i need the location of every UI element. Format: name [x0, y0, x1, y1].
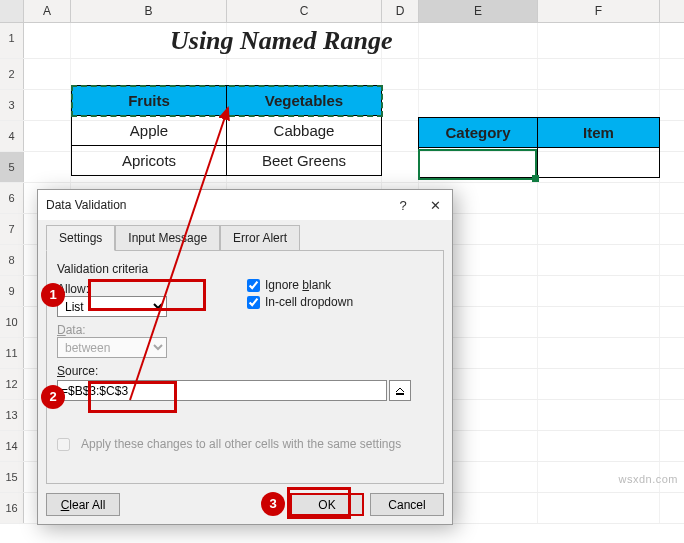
row-1[interactable]: 1	[0, 23, 24, 58]
row-9[interactable]: 9	[0, 276, 24, 306]
cell-F5[interactable]	[538, 148, 660, 178]
watermark: wsxdn.com	[618, 473, 678, 485]
help-icon[interactable]: ?	[394, 198, 412, 213]
col-E[interactable]: E	[419, 0, 538, 22]
allow-label: Allow:	[57, 282, 433, 296]
step-badge-1: 1	[41, 283, 65, 307]
row-14[interactable]: 14	[0, 431, 24, 461]
allow-select[interactable]: List	[57, 296, 167, 317]
row-15[interactable]: 15	[0, 462, 24, 492]
step-badge-3: 3	[261, 492, 285, 516]
t1-header-vegetables[interactable]: Vegetables	[227, 86, 382, 116]
cell-apricots[interactable]: Apricots	[72, 146, 227, 176]
row-7[interactable]: 7	[0, 214, 24, 244]
col-D[interactable]: D	[382, 0, 419, 22]
data-table-1: FruitsVegetables AppleCabbage ApricotsBe…	[71, 85, 382, 176]
cancel-button[interactable]: Cancel	[370, 493, 444, 516]
row-13[interactable]: 13	[0, 400, 24, 430]
cell-apple[interactable]: Apple	[72, 116, 227, 146]
row-8[interactable]: 8	[0, 245, 24, 275]
data-label: Data:	[57, 323, 433, 337]
tab-input-message[interactable]: Input Message	[115, 225, 220, 251]
column-headers: A B C D E F	[0, 0, 684, 23]
row-3[interactable]: 3	[0, 90, 24, 120]
t1-header-fruits[interactable]: Fruits	[72, 86, 227, 116]
apply-changes-checkbox	[57, 438, 70, 451]
t2-header-category[interactable]: Category	[419, 118, 538, 148]
active-cell-outline	[418, 149, 537, 180]
row-2[interactable]: 2	[0, 59, 24, 89]
data-validation-dialog: Data Validation ? ✕ Settings Input Messa…	[37, 189, 453, 525]
col-B[interactable]: B	[71, 0, 227, 22]
dialog-titlebar[interactable]: Data Validation ? ✕	[38, 190, 452, 220]
settings-panel: Validation criteria Allow: List Ignore b…	[46, 250, 444, 484]
source-input[interactable]	[57, 380, 387, 401]
step-badge-2: 2	[41, 385, 65, 409]
apply-changes-check: Apply these changes to all other cells w…	[57, 437, 433, 451]
row-12[interactable]: 12	[0, 369, 24, 399]
tab-settings[interactable]: Settings	[46, 225, 115, 251]
col-F[interactable]: F	[538, 0, 660, 22]
row-11[interactable]: 11	[0, 338, 24, 368]
select-all-corner[interactable]	[0, 0, 24, 22]
cell-cabbage[interactable]: Cabbage	[227, 116, 382, 146]
close-icon[interactable]: ✕	[426, 198, 444, 213]
data-select: between	[57, 337, 167, 358]
tab-error-alert[interactable]: Error Alert	[220, 225, 300, 251]
criteria-label: Validation criteria	[57, 262, 433, 276]
clear-all-button[interactable]: Clear All	[46, 493, 120, 516]
row-5[interactable]: 5	[0, 152, 24, 182]
ok-button[interactable]: OK	[290, 493, 364, 516]
t2-header-item[interactable]: Item	[538, 118, 660, 148]
dialog-title: Data Validation	[46, 198, 127, 212]
incell-dropdown-check[interactable]: In-cell dropdown	[247, 295, 353, 309]
cell-beetgreens[interactable]: Beet Greens	[227, 146, 382, 176]
row-4[interactable]: 4	[0, 121, 24, 151]
row-10[interactable]: 10	[0, 307, 24, 337]
dialog-tabs: Settings Input Message Error Alert	[46, 224, 444, 250]
svg-rect-1	[396, 393, 404, 395]
source-label: Source:	[57, 364, 433, 378]
range-picker-button[interactable]	[389, 380, 411, 401]
incell-dropdown-checkbox[interactable]	[247, 296, 260, 309]
collapse-icon	[395, 386, 405, 396]
col-C[interactable]: C	[227, 0, 382, 22]
row-6[interactable]: 6	[0, 183, 24, 213]
col-A[interactable]: A	[24, 0, 71, 22]
row-16[interactable]: 16	[0, 493, 24, 523]
page-title: Using Named Range	[170, 26, 392, 56]
ignore-blank-checkbox[interactable]	[247, 279, 260, 292]
ignore-blank-check[interactable]: Ignore blank	[247, 278, 353, 292]
